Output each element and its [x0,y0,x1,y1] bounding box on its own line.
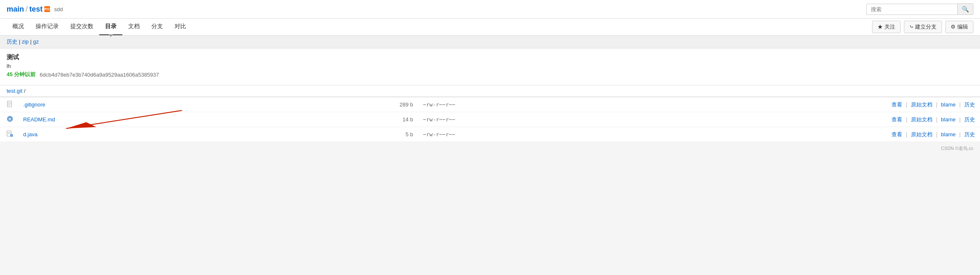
nav-actions: ★ 关注 ⤷ 建立分支 ⚙ 编辑 [872,21,973,33]
commit-author: lh [7,63,973,69]
table-row: R README.md 14 b −rw-r−−r−− 查看｜原始文档｜blam… [0,112,980,127]
sep2: | [30,39,31,45]
file-name-link[interactable]: README.md [23,116,55,123]
zip-link[interactable]: zip [22,39,29,45]
commit-time: 45 分钟以前 [7,71,36,78]
file-size: 289 b [316,97,418,112]
file-actions: 查看｜原始文档｜blame｜历史 [593,127,980,142]
search-button[interactable]: 🔍 [957,3,973,15]
repo-main-link[interactable]: main [7,5,24,14]
file-perms: −rw-r−−r−− [418,97,593,112]
search-bar: 🔍 [866,3,973,15]
file-icon [7,101,13,107]
tab-docs[interactable]: 文档 [122,19,146,35]
view-link[interactable]: 查看 [892,131,902,138]
file-table-wrapper: .gitignore 289 b −rw-r−−r−− 查看｜原始文档｜blam… [0,97,980,142]
repo-test-link[interactable]: test [29,5,43,14]
tab-branches[interactable]: 分支 [146,19,169,35]
nav-tabs: 概况 操作记录 提交次数 目录 文档 分支 对比 [7,19,192,35]
commit-title: 测试 [7,53,973,61]
raw-link[interactable]: 原始文档 [911,101,932,108]
file-perms: −rw-r−−r−− [418,112,593,127]
java-file-icon: J [7,130,13,137]
readme-icon: R [7,116,13,122]
footer-text: CSDN ©老鸟.cc [941,146,973,151]
nav-bar: 概况 操作记录 提交次数 目录 文档 分支 对比 ★ 关注 ⤷ 建立分支 ⚙ 编… [0,19,980,36]
svg-text:R: R [9,117,12,121]
follow-button[interactable]: ★ 关注 [872,21,901,33]
tab-operations[interactable]: 操作记录 [30,19,65,35]
file-perms: −rw-r−−r−− [418,127,593,142]
commit-meta: 45 分钟以前 6dcb4d78eb7e3b740d6a9a9529aa1606… [7,71,973,78]
file-actions: 查看｜原始文档｜blame｜历史 [593,97,980,112]
repo-subtitle: sdd [54,6,63,12]
blame-link[interactable]: blame [941,101,956,108]
history-link[interactable]: 历史 [7,39,17,45]
commit-hash: 6dcb4d78eb7e3b740d6a9a9529aa1606a5385937 [40,72,159,78]
history-file-link[interactable]: 历史 [964,131,975,138]
breadcrumb-bar: test.git / [0,85,980,97]
create-branch-button[interactable]: ⤷ 建立分支 [904,21,942,33]
history-bar: 历史 | zip | gz [0,36,980,48]
tab-directory[interactable]: 目录 [99,19,122,35]
sep1: | [19,39,20,45]
title-separator: / [26,5,28,14]
breadcrumb-slash: / [24,88,26,94]
file-name-link[interactable]: d.java [23,131,38,138]
gz-link[interactable]: gz [33,39,39,45]
blame-link[interactable]: blame [941,116,956,123]
commit-section: 测试 lh 45 分钟以前 6dcb4d78eb7e3b740d6a9a9529… [0,48,980,85]
table-row: .gitignore 289 b −rw-r−−r−− 查看｜原始文档｜blam… [0,97,980,112]
tab-overview[interactable]: 概况 [7,19,30,35]
history-file-link[interactable]: 历史 [964,101,975,108]
repo-title: main / test RSS [7,5,50,14]
edit-button[interactable]: ⚙ 编辑 [945,21,973,33]
tab-commits[interactable]: 提交次数 [65,19,99,35]
file-table: .gitignore 289 b −rw-r−−r−− 查看｜原始文档｜blam… [0,97,980,142]
raw-link[interactable]: 原始文档 [911,131,932,138]
file-actions: 查看｜原始文档｜blame｜历史 [593,112,980,127]
view-link[interactable]: 查看 [892,101,902,108]
file-size: 14 b [316,112,418,127]
tab-compare[interactable]: 对比 [169,19,192,35]
file-size: 5 b [316,127,418,142]
history-file-link[interactable]: 历史 [964,116,975,123]
file-name-link[interactable]: .gitignore [23,101,45,108]
raw-link[interactable]: 原始文档 [911,116,932,123]
search-input[interactable] [866,4,957,15]
blame-link[interactable]: blame [941,131,956,138]
view-link[interactable]: 查看 [892,116,902,123]
svg-text:J: J [11,134,12,137]
footer: CSDN ©老鸟.cc [0,142,980,155]
breadcrumb-repo-link[interactable]: test.git [7,88,22,94]
rss-icon[interactable]: RSS [44,6,50,12]
table-row: J d.java 5 b −rw-r−−r−− 查看｜原始文档｜blame｜历史 [0,127,980,142]
